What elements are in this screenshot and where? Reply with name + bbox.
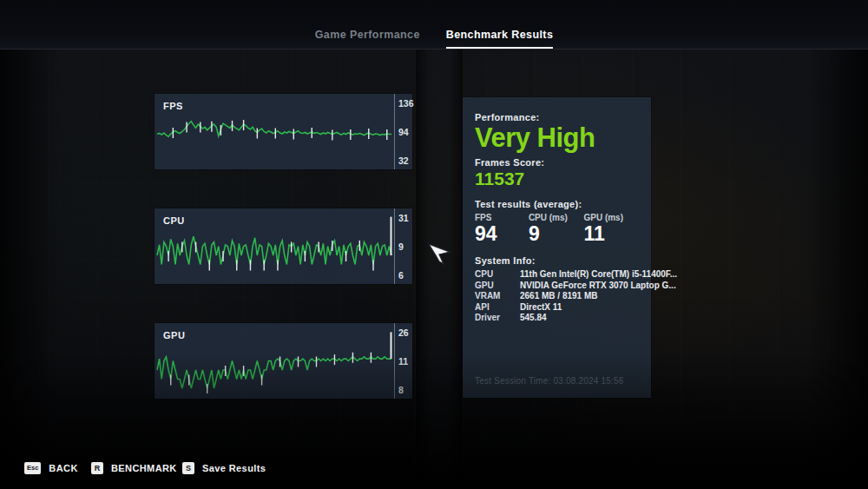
averages-row: FPS 94 CPU (ms) 9 GPU (ms) 11 bbox=[475, 213, 639, 245]
tab-strip: Game Performance Benchmark Results bbox=[0, 29, 868, 49]
avg-cpu-label: CPU (ms) bbox=[529, 213, 584, 222]
sys-key-cpu: CPU bbox=[475, 269, 520, 279]
fps-axis-line bbox=[394, 94, 395, 169]
frames-score-label: Frames Score: bbox=[475, 157, 639, 168]
r-keycap-icon: R bbox=[91, 462, 103, 474]
mouse-cursor-icon bbox=[427, 241, 453, 267]
gpu-chart-panel: GPU 26 11 8 bbox=[155, 323, 412, 399]
sys-key-gpu: GPU bbox=[475, 281, 520, 290]
gpu-axis-line bbox=[394, 323, 395, 399]
avg-cpu: CPU (ms) 9 bbox=[529, 213, 584, 245]
sys-val-driver: 545.84 bbox=[520, 313, 547, 322]
system-info-label: System Info: bbox=[475, 255, 639, 266]
sys-val-gpu: NVIDIA GeForce RTX 3070 Laptop G... bbox=[520, 281, 676, 290]
gpu-line-chart bbox=[156, 327, 392, 395]
test-results-label: Test results (average): bbox=[475, 199, 639, 209]
gpu-tick-max: 26 bbox=[398, 327, 416, 338]
session-time: Test Session Time: 03.08.2024 15:56 bbox=[475, 376, 624, 386]
fps-line-chart bbox=[156, 97, 392, 166]
avg-cpu-value: 9 bbox=[529, 222, 584, 245]
sys-val-cpu: 11th Gen Intel(R) Core(TM) i5-11400F... bbox=[520, 269, 677, 279]
s-keycap-icon: S bbox=[182, 462, 194, 474]
fps-tick-min: 32 bbox=[398, 155, 416, 166]
system-info-table: CPU 11th Gen Intel(R) Core(TM) i5-11400F… bbox=[475, 269, 639, 322]
sys-row-cpu: CPU 11th Gen Intel(R) Core(TM) i5-11400F… bbox=[475, 269, 639, 279]
sys-key-driver: Driver bbox=[475, 313, 520, 322]
footer-bar: Esc BACK R BENCHMARK S Save Results bbox=[0, 449, 868, 489]
frames-score-value: 11537 bbox=[475, 169, 639, 189]
cpu-tick-avg: 9 bbox=[398, 241, 416, 252]
avg-gpu-value: 11 bbox=[583, 222, 639, 245]
benchmark-results-screen: Game Performance Benchmark Results FPS 1… bbox=[0, 0, 868, 489]
cpu-axis-line bbox=[394, 208, 395, 284]
sys-row-driver: Driver 545.84 bbox=[475, 313, 639, 322]
sys-key-vram: VRAM bbox=[475, 291, 520, 301]
avg-fps: FPS 94 bbox=[475, 213, 529, 245]
avg-gpu: GPU (ms) 11 bbox=[583, 213, 639, 245]
sys-row-api: API DirectX 11 bbox=[475, 302, 639, 312]
back-button[interactable]: Esc BACK bbox=[24, 462, 78, 474]
performance-label: Performance: bbox=[475, 112, 639, 122]
tab-benchmark-results[interactable]: Benchmark Results bbox=[446, 29, 554, 49]
gpu-tick-avg: 11 bbox=[398, 356, 416, 367]
avg-fps-label: FPS bbox=[475, 213, 529, 222]
fps-chart-panel: FPS 136 94 32 bbox=[155, 94, 412, 169]
sys-val-api: DirectX 11 bbox=[520, 302, 562, 312]
save-results-button[interactable]: S Save Results bbox=[182, 462, 266, 474]
avg-gpu-label: GPU (ms) bbox=[583, 213, 639, 222]
gpu-chart-title: GPU bbox=[163, 330, 185, 340]
benchmark-button[interactable]: R BENCHMARK bbox=[91, 462, 177, 474]
cpu-chart-panel: CPU 31 9 6 bbox=[155, 208, 412, 284]
save-results-label: Save Results bbox=[202, 463, 266, 473]
sys-val-vram: 2661 MB / 8191 MB bbox=[520, 291, 598, 301]
benchmark-label: BENCHMARK bbox=[111, 463, 177, 473]
performance-value: Very High bbox=[475, 123, 639, 152]
cpu-line-chart bbox=[156, 212, 392, 281]
fps-tick-max: 136 bbox=[398, 98, 416, 109]
cpu-chart-title: CPU bbox=[163, 215, 185, 226]
sys-key-api: API bbox=[475, 302, 520, 312]
esc-keycap-icon: Esc bbox=[24, 462, 41, 474]
sys-row-vram: VRAM 2661 MB / 8191 MB bbox=[475, 291, 639, 301]
cpu-tick-max: 31 bbox=[398, 213, 416, 223]
cpu-tick-min: 6 bbox=[398, 270, 416, 281]
fps-chart-title: FPS bbox=[163, 101, 183, 111]
tab-game-performance[interactable]: Game Performance bbox=[315, 29, 420, 49]
sys-row-gpu: GPU NVIDIA GeForce RTX 3070 Laptop G... bbox=[475, 281, 639, 290]
back-label: BACK bbox=[49, 463, 77, 473]
header-bar: Game Performance Benchmark Results bbox=[0, 0, 868, 50]
background-scene bbox=[0, 50, 868, 489]
fps-tick-avg: 94 bbox=[398, 127, 416, 137]
gpu-tick-min: 8 bbox=[398, 385, 416, 395]
avg-fps-value: 94 bbox=[475, 222, 529, 245]
results-panel: Performance: Very High Frames Score: 115… bbox=[463, 97, 651, 398]
background-pillar bbox=[415, 50, 464, 489]
